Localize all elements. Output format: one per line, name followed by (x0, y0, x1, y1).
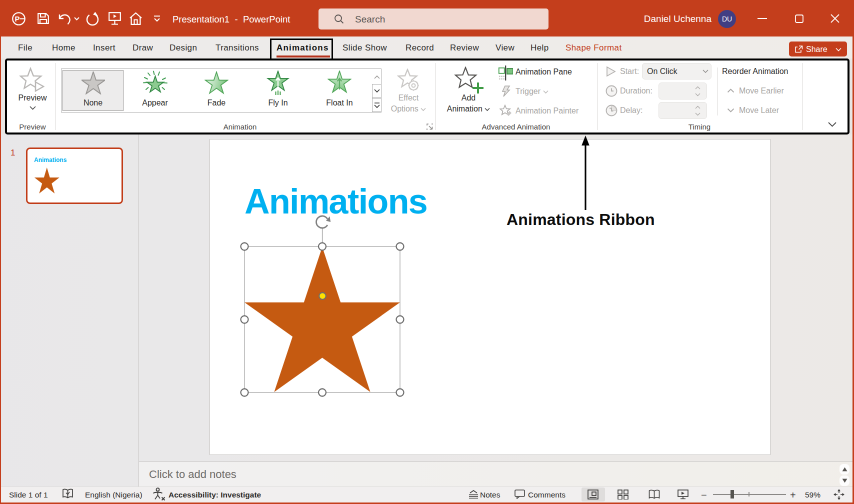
svg-text:P: P (15, 14, 20, 23)
